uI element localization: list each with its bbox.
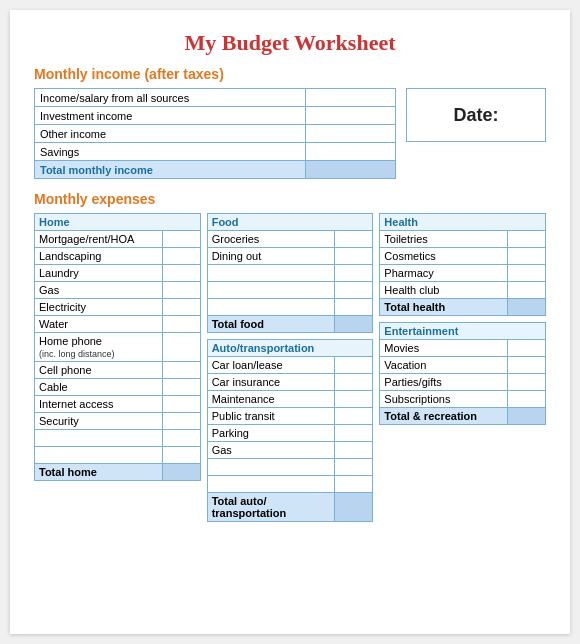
food-blank-1 — [207, 265, 373, 282]
home-val-gas[interactable] — [162, 282, 200, 299]
ent-row-parties: Parties/gifts — [380, 374, 546, 391]
auto-blank-1 — [207, 459, 373, 476]
date-label: Date: — [453, 105, 498, 126]
home-val-cable[interactable] — [162, 379, 200, 396]
health-total-row: Total health — [380, 299, 546, 316]
date-box[interactable]: Date: — [406, 88, 546, 142]
ent-row-vacation: Vacation — [380, 357, 546, 374]
health-total-val[interactable] — [508, 299, 546, 316]
food-label-dining: Dining out — [207, 248, 335, 265]
home-val-homephone[interactable] — [162, 333, 200, 362]
auto-val-maintenance[interactable] — [335, 391, 373, 408]
food-total-row: Total food — [207, 316, 373, 333]
health-val-pharmacy[interactable] — [508, 265, 546, 282]
ent-label-subscriptions: Subscriptions — [380, 391, 508, 408]
page-title: My Budget Worksheet — [34, 30, 546, 56]
expenses-grid: Home Mortgage/rent/HOA Landscaping Laund… — [34, 213, 546, 522]
auto-row-parking: Parking — [207, 425, 373, 442]
page: My Budget Worksheet Monthly income (afte… — [10, 10, 570, 634]
home-row-landscaping: Landscaping — [35, 248, 201, 265]
auto-val-loan[interactable] — [335, 357, 373, 374]
health-val-club[interactable] — [508, 282, 546, 299]
ent-header: Entertainment — [380, 323, 546, 340]
income-value-4[interactable] — [306, 143, 396, 161]
health-val-toiletries[interactable] — [508, 231, 546, 248]
health-total-label: Total health — [380, 299, 508, 316]
ent-total-row: Total & recreation — [380, 408, 546, 425]
auto-val-gas[interactable] — [335, 442, 373, 459]
auto-table: Auto/transportation Car loan/lease Car i… — [207, 339, 374, 522]
home-header: Home — [35, 214, 201, 231]
auto-header: Auto/transportation — [207, 340, 373, 357]
home-row-mortgage: Mortgage/rent/HOA — [35, 231, 201, 248]
home-val-security[interactable] — [162, 413, 200, 430]
home-total-val[interactable] — [162, 464, 200, 481]
home-blank-val-2[interactable] — [162, 447, 200, 464]
health-val-cosmetics[interactable] — [508, 248, 546, 265]
ent-val-parties[interactable] — [508, 374, 546, 391]
food-auto-column: Food Groceries Dining out — [207, 213, 374, 522]
income-value-2[interactable] — [306, 107, 396, 125]
ent-val-movies[interactable] — [508, 340, 546, 357]
auto-row-gas: Gas — [207, 442, 373, 459]
income-label-1: Income/salary from all sources — [35, 89, 306, 107]
home-val-electricity[interactable] — [162, 299, 200, 316]
ent-total-val[interactable] — [508, 408, 546, 425]
food-total-val[interactable] — [335, 316, 373, 333]
home-blank-2 — [35, 447, 201, 464]
home-val-laundry[interactable] — [162, 265, 200, 282]
auto-val-insurance[interactable] — [335, 374, 373, 391]
food-blank-3 — [207, 299, 373, 316]
auto-total-val[interactable] — [335, 493, 373, 522]
home-row-electricity: Electricity — [35, 299, 201, 316]
auto-row-insurance: Car insurance — [207, 374, 373, 391]
home-blank-label-2 — [35, 447, 163, 464]
food-header-row: Food — [207, 214, 373, 231]
auto-val-transit[interactable] — [335, 408, 373, 425]
home-label-cable: Cable — [35, 379, 163, 396]
home-total-row: Total home — [35, 464, 201, 481]
home-label-electricity: Electricity — [35, 299, 163, 316]
income-value-3[interactable] — [306, 125, 396, 143]
food-blank-2 — [207, 282, 373, 299]
home-val-internet[interactable] — [162, 396, 200, 413]
home-row-gas: Gas — [35, 282, 201, 299]
income-total-value[interactable] — [306, 161, 396, 179]
auto-label-maintenance: Maintenance — [207, 391, 335, 408]
home-blank-val-1[interactable] — [162, 430, 200, 447]
health-label-cosmetics: Cosmetics — [380, 248, 508, 265]
income-value-1[interactable] — [306, 89, 396, 107]
home-row-water: Water — [35, 316, 201, 333]
auto-row-transit: Public transit — [207, 408, 373, 425]
ent-label-parties: Parties/gifts — [380, 374, 508, 391]
home-table: Home Mortgage/rent/HOA Landscaping Laund… — [34, 213, 201, 481]
home-blank-label-1 — [35, 430, 163, 447]
ent-val-vacation[interactable] — [508, 357, 546, 374]
expenses-section-title: Monthly expenses — [34, 191, 546, 207]
home-row-cable: Cable — [35, 379, 201, 396]
health-header-row: Health — [380, 214, 546, 231]
income-section-title: Monthly income (after taxes) — [34, 66, 546, 82]
food-val-dining[interactable] — [335, 248, 373, 265]
home-val-mortgage[interactable] — [162, 231, 200, 248]
home-column: Home Mortgage/rent/HOA Landscaping Laund… — [34, 213, 201, 481]
auto-label-parking: Parking — [207, 425, 335, 442]
home-header-row: Home — [35, 214, 201, 231]
auto-row-loan: Car loan/lease — [207, 357, 373, 374]
home-total-label: Total home — [35, 464, 163, 481]
food-val-groceries[interactable] — [335, 231, 373, 248]
ent-label-movies: Movies — [380, 340, 508, 357]
income-row-2: Investment income — [35, 107, 396, 125]
home-label-gas: Gas — [35, 282, 163, 299]
ent-row-subscriptions: Subscriptions — [380, 391, 546, 408]
auto-val-parking[interactable] — [335, 425, 373, 442]
home-val-water[interactable] — [162, 316, 200, 333]
income-label-4: Savings — [35, 143, 306, 161]
home-val-cellphone[interactable] — [162, 362, 200, 379]
income-row-1: Income/salary from all sources — [35, 89, 396, 107]
home-val-landscaping[interactable] — [162, 248, 200, 265]
auto-header-row: Auto/transportation — [207, 340, 373, 357]
ent-val-subscriptions[interactable] — [508, 391, 546, 408]
home-label-landscaping: Landscaping — [35, 248, 163, 265]
ent-label-vacation: Vacation — [380, 357, 508, 374]
